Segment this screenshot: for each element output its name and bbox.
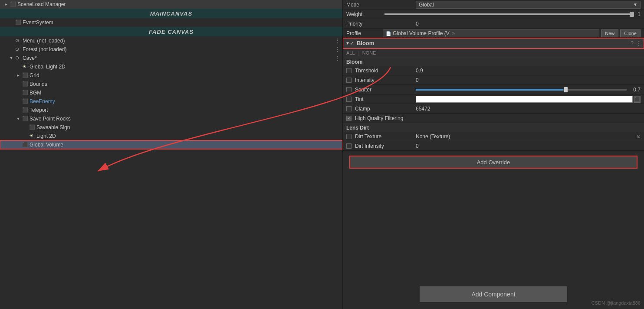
bloom-checkmark: ✓ (350, 40, 354, 46)
threshold-value: 0.9 (416, 68, 641, 74)
arrow-icon (16, 107, 21, 113)
scene-item-cave[interactable]: ▼ ⊙ Cave* ⋮ (0, 54, 342, 62)
dirt-texture-label: Dirt Texture (355, 133, 416, 140)
priority-label: Priority (346, 21, 416, 27)
weight-label: Weight (346, 11, 381, 17)
new-button[interactable]: New (601, 29, 618, 37)
scatter-checkbox[interactable] (346, 87, 352, 92)
item-label: Menu (not loaded) (23, 38, 335, 44)
add-override-button[interactable]: Add Override (350, 156, 637, 168)
add-override-container: Add Override (343, 151, 644, 173)
inspector-panel: Mode Global ▼ Weight 1 Priority 0 Profil… (343, 0, 644, 309)
globe-icon: ⊙ (15, 55, 21, 61)
weight-value: 1 (637, 11, 641, 17)
more-icon[interactable]: ⋮ (636, 40, 641, 46)
more-icon[interactable]: ⋮ (335, 55, 341, 62)
scene-item-menu[interactable]: ⊙ Menu (not loaded) ⋮ (0, 36, 342, 45)
scene-item-beeenemy[interactable]: ⬛ BeeEnemy (0, 97, 342, 106)
item-label: Global Light 2D (30, 64, 342, 70)
hqf-label: High Quality Filtering (355, 115, 416, 121)
intensity-checkbox[interactable] (346, 78, 352, 83)
scene-item-grid[interactable]: ► ⬛ Grid (0, 71, 342, 80)
priority-row: Priority 0 (343, 19, 644, 29)
scene-item-eventsystem[interactable]: ⬛ EventSystem (0, 18, 342, 27)
bloom-section-header[interactable]: ▼ ✓ Bloom ? ⋮ (343, 38, 644, 49)
item-label: SceneLoad Manager (17, 1, 342, 7)
cube-icon: ⬛ (15, 20, 21, 26)
scene-item-saveable-sign[interactable]: ⬛ Saveable Sign (0, 123, 342, 132)
more-icon[interactable]: ⋮ (335, 37, 341, 44)
weight-slider[interactable] (384, 13, 634, 15)
spacer (343, 173, 644, 280)
dirt-texture-row: Dirt Texture None (Texture) ⊙ (343, 132, 644, 141)
scene-item-save-point-rocks[interactable]: ▼ ⬛ Save Point Rocks (0, 114, 342, 123)
watermark: CSDN @jiangdaxia886 (591, 300, 641, 306)
globe-icon: ⊙ (15, 46, 21, 52)
cube-icon: ⬛ (22, 98, 28, 104)
item-label: Light 2D (36, 133, 342, 139)
hqf-checkbox[interactable]: ✓ (346, 116, 352, 121)
threshold-checkbox[interactable] (346, 68, 352, 73)
help-icon: ? (631, 40, 634, 46)
chevron-down-icon: ▼ (633, 2, 637, 7)
dirt-intensity-value: 0 (416, 143, 641, 149)
arrow-icon (16, 99, 21, 104)
arrow-icon (16, 90, 21, 95)
scene-item-light2d[interactable]: ☀ Light 2D (0, 132, 342, 140)
scene-item-sceneloadmanager[interactable]: ► ⬛ SceneLoad Manager (0, 0, 342, 9)
scene-item-bgm[interactable]: ⬛ BGM (0, 88, 342, 97)
sun-icon: ☀ (22, 64, 28, 70)
scene-item-global-light[interactable]: ☀ Global Light 2D (0, 62, 342, 71)
cube-icon: ⬛ (10, 1, 16, 7)
sun-icon: ☀ (29, 133, 35, 139)
scatter-label: Scatter (355, 87, 416, 93)
tint-checkbox[interactable] (346, 97, 352, 102)
more-icon[interactable]: ⋮ (335, 46, 341, 53)
expand-arrow-icon: ▼ (9, 55, 14, 61)
tint-label: Tint (355, 96, 416, 102)
dirt-intensity-checkbox[interactable] (346, 143, 352, 149)
item-label: EventSystem (23, 20, 342, 26)
globe-icon: ⊙ (15, 38, 21, 44)
priority-value: 0 (416, 21, 641, 27)
item-label: Save Point Rocks (30, 116, 342, 122)
all-none-row: ALL | NONE (343, 49, 644, 57)
intensity-value: 0 (416, 77, 641, 83)
clamp-checkbox[interactable] (346, 106, 352, 111)
arrow-icon (16, 64, 21, 69)
add-component-button[interactable]: Add Component (420, 286, 567, 302)
item-label: BeeEnemy (30, 98, 342, 104)
lens-dirt-label: Lens Dirt (343, 123, 644, 132)
scene-item-global-volume[interactable]: ⬛ Global Volume (0, 140, 342, 149)
clone-button[interactable]: Clone (620, 29, 641, 37)
intensity-label: Intensity (355, 77, 416, 83)
all-label[interactable]: ALL (346, 50, 355, 55)
tint-row: Tint ⬛ (343, 94, 644, 104)
tint-color-picker[interactable] (416, 96, 633, 103)
profile-value: 📄 Global Volume Profile (V ⊙ (383, 29, 599, 37)
scene-item-forest[interactable]: ⊙ Forest (not loaded) ⋮ (0, 45, 342, 54)
arrow-icon (16, 81, 21, 87)
dirt-texture-checkbox[interactable] (346, 134, 352, 139)
arrow-icon (16, 142, 21, 147)
clamp-label: Clamp (355, 106, 416, 112)
scatter-slider[interactable]: 0.7 (416, 87, 641, 93)
hierarchy-panel: ► ⬛ SceneLoad Manager MAINCANVAS ⬛ Event… (0, 0, 343, 309)
mode-dropdown[interactable]: Global ▼ (416, 1, 641, 9)
arrow-icon (9, 47, 14, 52)
threshold-label: Threshold (355, 68, 416, 74)
cube-icon: ⬛ (22, 142, 28, 148)
scene-item-bounds[interactable]: ⬛ Bounds (0, 80, 342, 88)
threshold-row: Threshold 0.9 (343, 66, 644, 75)
color-picker-icon[interactable]: ⬛ (634, 96, 641, 103)
cube-icon: ⬛ (29, 124, 35, 130)
scene-item-teleport[interactable]: ⬛ Teleport (0, 106, 342, 114)
arrow-icon (9, 38, 14, 43)
item-label: BGM (30, 90, 342, 96)
bloom-subsection-label: Bloom (343, 57, 644, 66)
arrow-icon: ► (3, 2, 9, 7)
none-label[interactable]: NONE (362, 50, 376, 55)
scatter-row: Scatter 0.7 (343, 85, 644, 94)
cube-icon: ⬛ (22, 90, 28, 96)
main-container: ► ⬛ SceneLoad Manager MAINCANVAS ⬛ Event… (0, 0, 644, 309)
